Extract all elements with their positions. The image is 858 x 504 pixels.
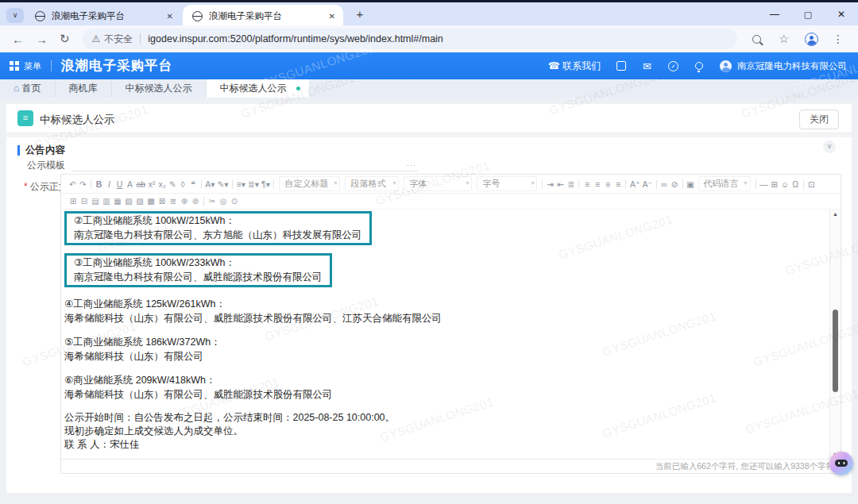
tab-close-icon[interactable] (329, 12, 335, 21)
delete-table-icon[interactable]: ⊟ (80, 197, 88, 206)
browser-profile-icon[interactable] (805, 33, 818, 46)
align-right-icon[interactable]: ≡ (604, 179, 612, 189)
merge-cells-icon[interactable]: ≣ (169, 197, 177, 206)
toolbar-separator (756, 179, 756, 189)
heading-select[interactable]: 自定义标题 (279, 176, 340, 191)
unlink-icon[interactable]: ⊘ (671, 179, 678, 189)
help-bulb-icon[interactable] (695, 62, 703, 70)
cut-icon[interactable]: ✂ (208, 197, 216, 206)
not-secure-label[interactable]: 不安全 (104, 33, 133, 46)
editor-content-area[interactable]: ②工商业储能系统 100kW/215kWh： 南京冠隆电力科技有限公司、东方旭能… (61, 210, 829, 459)
menu-label[interactable]: 菜单 (24, 60, 41, 72)
insert-table-icon[interactable]: ⊞ (69, 197, 77, 206)
insert-col-left-icon[interactable]: ▧ (125, 197, 133, 206)
fullscreen-icon[interactable]: ⊡ (807, 179, 815, 189)
announcement-section-header: 公告内容 (17, 144, 65, 157)
font-size-select[interactable]: 字号 (477, 176, 537, 191)
browser-tab-2-active[interactable]: 浪潮电子采购平台 (183, 5, 343, 28)
editor-scrollbar[interactable] (829, 210, 841, 459)
delete-row-icon[interactable]: ▦ (114, 197, 122, 206)
collapse-chevron-icon[interactable] (823, 140, 836, 153)
restore-button[interactable] (791, 2, 825, 26)
superscript-icon[interactable]: x² (148, 179, 156, 189)
scrollbar-thumb[interactable] (833, 310, 838, 392)
browser-menu-icon[interactable] (833, 33, 844, 45)
template-more-button[interactable]: ... (407, 158, 416, 167)
clear-format-icon[interactable]: A (126, 179, 134, 189)
user-avatar[interactable] (720, 60, 732, 72)
align-center-icon[interactable]: ≡ (593, 179, 601, 189)
company-name[interactable]: 南京冠隆电力科技有限公司 (737, 60, 847, 72)
url-text[interactable]: igodev.inspur.com:5200/platform/runtime/… (148, 33, 443, 44)
preview-icon[interactable]: ◎ (219, 197, 227, 206)
nav-tab-business-library[interactable]: 商机库 (56, 79, 112, 98)
unordered-list-icon[interactable]: ≣▾ (248, 179, 259, 189)
font-size-up-icon[interactable]: A⁺ (630, 179, 640, 189)
indent-decrease-icon[interactable]: ⇤ (557, 179, 565, 189)
entry-company-line: 南京冠隆电力科技有限公司、威胜能源技术股份有限公司 (74, 271, 323, 285)
new-tab-button[interactable] (352, 7, 368, 21)
split-cell-icon[interactable]: ⊕ (180, 197, 188, 206)
subscript-icon[interactable]: x₂ (158, 179, 166, 189)
tab-close-icon[interactable] (167, 12, 173, 21)
underline-icon[interactable]: U (116, 179, 124, 189)
contact-us-button[interactable]: 联系我们 (548, 60, 601, 73)
nav-tab-winner-announcement[interactable]: 中标候选人公示 (112, 79, 207, 98)
cell-props-icon[interactable]: ⊜ (191, 197, 199, 206)
template-input[interactable]: ... (72, 155, 418, 171)
nav-tab-winner-announcement-active[interactable]: 中标候选人公示 (207, 79, 309, 98)
close-window-button[interactable] (825, 2, 858, 26)
table-icon[interactable]: ⊞ (771, 179, 779, 189)
image-icon[interactable]: ▣ (686, 179, 694, 189)
italic-icon[interactable]: I (106, 179, 114, 189)
address-bar[interactable]: 不安全 igodev.inspur.com:5200/platform/runt… (83, 29, 737, 49)
back-icon[interactable] (12, 33, 24, 46)
eraser-icon[interactable]: ◊ (179, 179, 187, 189)
align-left-icon[interactable]: ≡ (583, 179, 591, 189)
section-accent-bar (17, 145, 20, 156)
nav-tab-home[interactable]: 首页 (0, 79, 56, 98)
highlight-color-icon[interactable]: ✎▾ (217, 179, 228, 189)
todo-check-icon[interactable] (668, 61, 678, 71)
delete-cells-icon[interactable]: ⊠ (158, 197, 166, 206)
tab-search-chevron-button[interactable] (6, 8, 24, 23)
insert-row-below-icon[interactable]: ▥ (102, 197, 110, 206)
ai-assistant-button[interactable] (829, 452, 853, 475)
font-family-select[interactable]: 字体 (404, 176, 472, 191)
font-size-down-icon[interactable]: A⁻ (643, 179, 653, 189)
find-icon[interactable]: ⊙ (230, 197, 238, 206)
mail-icon[interactable] (643, 61, 651, 71)
undo-icon[interactable]: ↶ (69, 179, 77, 189)
character-count-status: 当前已输入662个字符, 您还可以输入9338个字符 (61, 459, 841, 473)
zoom-icon[interactable] (752, 35, 761, 44)
code-language-select[interactable]: 代码语言 (698, 176, 751, 191)
fullscreen-icon[interactable] (616, 61, 626, 71)
paragraph-format-select[interactable]: 段落格式 (345, 176, 399, 191)
strikethrough-icon[interactable]: ab (137, 179, 146, 189)
special-char-icon[interactable]: Ω (791, 179, 799, 189)
close-page-button[interactable]: 关闭 (799, 110, 839, 129)
align-justify-icon[interactable]: ≡ (614, 179, 622, 189)
bookmark-star-icon[interactable] (779, 33, 789, 45)
insert-col-right-icon[interactable]: ▨ (136, 197, 144, 206)
horizontal-rule-icon[interactable]: — (759, 179, 768, 189)
ordered-list-icon[interactable]: ≡▾ (237, 179, 245, 189)
forward-icon[interactable] (36, 33, 48, 46)
scroll-up-icon[interactable] (830, 211, 841, 217)
minimize-button[interactable] (758, 2, 791, 26)
paragraph-mark-icon[interactable]: ¶▾ (261, 179, 270, 189)
link-icon[interactable]: ∞ (660, 179, 668, 189)
font-color-icon[interactable]: A▾ (205, 179, 214, 189)
indent-increase-icon[interactable]: ⇥ (547, 179, 555, 189)
reload-icon[interactable] (60, 32, 70, 46)
redo-icon[interactable]: ↷ (79, 179, 87, 189)
delete-col-icon[interactable]: ▩ (147, 197, 155, 206)
browser-tab-1[interactable]: 浪潮电子采购平台 (25, 5, 181, 28)
menu-grid-icon[interactable] (10, 61, 19, 71)
emoji-icon[interactable]: ☺ (781, 179, 790, 189)
pen-icon[interactable]: ✎ (168, 179, 176, 189)
insert-row-above-icon[interactable]: ▤ (91, 197, 99, 206)
bold-icon[interactable]: B (95, 179, 103, 189)
blockquote-icon[interactable]: ❝ (189, 179, 197, 189)
line-height-icon[interactable]: ≣ (567, 179, 575, 189)
